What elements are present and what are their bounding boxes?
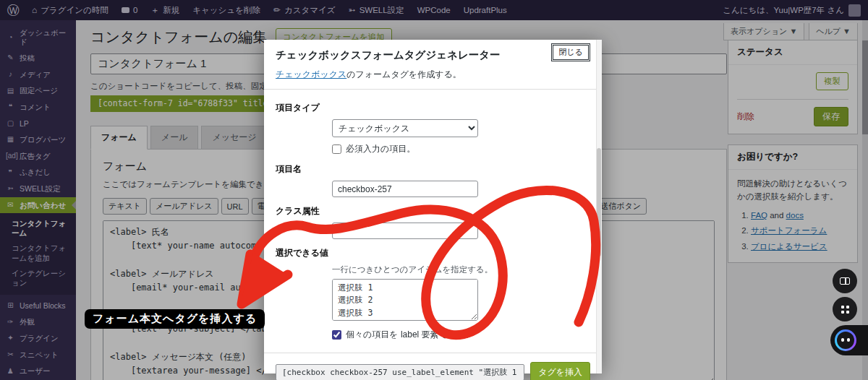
insert-tag-button[interactable]: タグを挿入 [530,362,590,380]
book-icon [840,277,850,285]
class-attr-label: クラス属性 [276,205,590,217]
insert-tag-tooltip: フォーム本文へタグを挿入する [85,309,265,329]
modal-scrollbar-thumb[interactable] [597,148,601,256]
apps-grid-icon [841,305,850,314]
assistant-button[interactable] [830,325,868,355]
checkbox-doc-link[interactable]: チェックボックス [276,69,346,79]
floating-buttons [830,269,859,355]
generated-tag-input[interactable] [276,364,524,380]
modal-title: チェックボックスフォームタグジェネレーター [276,48,590,62]
use-label-label: 個々の項目を label 要素で囲む。 [346,329,474,341]
options-textarea[interactable]: 選択肢 1 選択肢 2 選択肢 3 [332,279,478,321]
options-help-text: 一行につきひとつのアイテムを指定する。 [332,264,590,275]
tag-generator-modal: 閉じる チェックボックスフォームタグジェネレーター チェックボックスのフォームタ… [264,40,602,373]
book-button[interactable] [833,269,857,293]
required-label: 必須入力の項目。 [346,143,415,155]
class-attr-input[interactable] [332,223,478,239]
modal-intro-text: のフォームタグを作成する。 [346,69,461,79]
field-type-label: 項目タイプ [276,102,590,114]
modal-scrollbar[interactable] [596,40,602,373]
assistant-ring [835,329,856,351]
field-type-select[interactable]: チェックボックス [332,119,478,137]
robot-face-icon [837,332,854,349]
field-name-label: 項目名 [276,163,590,176]
apps-button[interactable] [833,297,857,321]
field-name-input[interactable] [332,181,478,197]
use-label-checkbox[interactable] [332,330,341,340]
required-checkbox[interactable] [332,144,341,154]
selectable-values-label: 選択できる値 [276,247,590,259]
modal-close-button[interactable]: 閉じる [553,45,589,60]
